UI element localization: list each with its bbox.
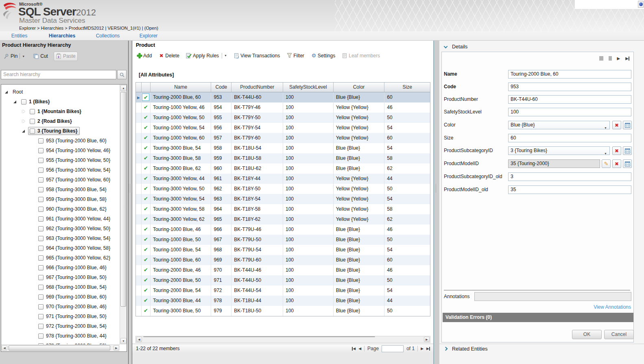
right-splitter-grip-icon[interactable] [436,184,438,193]
open-lookup-button[interactable] [623,121,632,129]
tree-scroll-down-icon[interactable]: ▼ [120,338,127,344]
field-text-input[interactable]: 3 [508,172,631,181]
tree-node-checkbox[interactable] [38,255,44,261]
table-row[interactable]: ✔Touring-3000 Yellow, 58964BK-T18Y-58100… [136,204,430,214]
table-row[interactable]: ✔Touring-3000 Blue, 54958BK-T18U-54100Bl… [136,143,430,153]
tree-node[interactable]: 978 {Touring-3000 Blue, 44} [30,331,109,341]
tree-node[interactable]: 970 {Touring-2000 Blue, 46} [30,302,109,312]
first-record-button[interactable]: ◀ [599,56,603,61]
tree-expander-closed-icon[interactable] [22,119,26,123]
field-text-input[interactable]: 60 [508,134,631,142]
tree-node-checkbox[interactable] [30,109,35,114]
prev-page-button[interactable]: ◀ [358,347,361,351]
pin-caret-icon[interactable]: ▼ [22,55,25,58]
annotations-input[interactable] [474,292,631,301]
tree-node[interactable]: 1 {Mountain Bikes} [22,107,84,116]
table-row[interactable]: ✔Touring-3000 Yellow, 44961BK-T18Y-44100… [136,174,430,184]
search-input[interactable]: Search hierarchy [1,70,116,79]
tree-node[interactable]: 966 {Touring-1000 Blue, 46} [30,263,109,272]
field-text-input[interactable]: BK-T44U-60 [508,95,631,104]
tree-node-checkbox[interactable] [38,304,44,310]
tree-node[interactable]: 971 {Touring-2000 Blue, 50} [30,312,109,321]
field-dropdown[interactable]: 3 {Touring Bikes}▼ [508,146,610,155]
table-row[interactable]: ✔Touring-3000 Blue, 50979BK-T18U-50100Bl… [136,306,430,316]
tree-expander-closed-icon[interactable] [22,109,26,113]
tree-node-checkbox[interactable] [38,216,44,222]
table-horizontal-scrollbar[interactable]: ◀ ▶ [135,336,430,343]
column-header-name[interactable]: Name [151,83,212,92]
tab-entities[interactable]: Entities [0,31,39,40]
tree-expander-open-icon[interactable] [13,100,17,104]
tree-node[interactable]: 972 {Touring-2000 Blue, 54} [30,321,109,331]
tree-expander-open-icon[interactable] [4,90,9,94]
table-row[interactable]: ✔Touring-3000 Yellow, 62965BK-T18Y-62100… [136,214,430,225]
table-row[interactable]: ✔Touring-3000 Yellow, 50962BK-T18Y-50100… [136,184,430,194]
tree-node[interactable]: 3 {Touring Bikes} [22,126,80,136]
tree-node-checkbox[interactable] [30,129,35,134]
tree-node[interactable]: 963 {Touring-3000 Yellow, 54} [30,233,113,243]
table-scroll-right-icon[interactable]: ▶ [424,337,430,342]
clear-value-button[interactable]: ✖ [612,159,621,168]
column-header-code[interactable]: Code [211,83,231,92]
tree-node-checkbox[interactable] [38,324,44,329]
tree-node-checkbox[interactable] [38,333,44,339]
tree-node[interactable]: 955 {Touring-1000 Yellow, 50} [30,155,113,165]
tree-node[interactable]: 2 {Road Bikes} [22,116,74,126]
cut-button[interactable]: Cut [31,52,50,61]
table-row[interactable]: ✔Touring-2000 Blue, 46970BK-T44U-46100Bl… [136,265,430,275]
tree-node-checkbox[interactable] [38,207,44,212]
paste-button[interactable]: Paste [54,52,78,61]
table-row[interactable]: ✔Touring-3000 Blue, 62960BK-T18U-62100Bl… [136,163,430,174]
next-record-button[interactable]: ▶ [617,56,620,61]
tree-node-checkbox[interactable] [38,187,44,192]
table-row[interactable]: ✔Touring-2000 Blue, 54972BK-T44U-54100Bl… [136,286,430,296]
last-record-button[interactable]: ▶ [625,56,629,61]
tab-hierarchies[interactable]: Hierarchies [39,31,85,40]
pin-button[interactable]: Pin ▼ [2,52,26,61]
tree-node-checkbox[interactable] [38,246,44,251]
apply-rules-caret-icon[interactable]: ▼ [224,54,227,57]
view-annotations-link[interactable]: View Annotations [594,304,631,310]
tree-expander-open-icon[interactable] [22,129,26,133]
open-lookup-button[interactable] [623,146,632,155]
table-row[interactable]: ✔Touring-3000 Blue, 58959BK-T18U-58100Bl… [136,153,430,163]
tree-node[interactable]: 953 {Touring-2000 Blue, 60} [30,136,109,146]
tree-node[interactable]: 961 {Touring-3000 Yellow, 44} [30,214,113,224]
tree-node-checkbox[interactable] [38,138,44,144]
settings-button[interactable]: ⚙Settings [311,52,335,59]
prev-record-button[interactable]: ◀ [609,56,612,61]
tree-scroll-right-icon[interactable]: ▶ [114,345,119,351]
add-button[interactable]: Add [136,52,152,59]
field-text-input[interactable]: 100 [508,108,631,116]
tree-node[interactable]: 962 {Touring-3000 Yellow, 50} [30,224,113,233]
tree-node-checkbox[interactable] [38,265,44,270]
field-dropdown[interactable]: Blue {Blue}▼ [508,121,610,129]
table-scroll-left-icon[interactable]: ◀ [136,337,142,342]
table-row[interactable]: ✔Touring-1000 Yellow, 46954BK-T79Y-46100… [136,102,430,113]
column-header-color[interactable]: Color [334,83,385,92]
view-transactions-button[interactable]: View Transactions [234,52,280,59]
field-text-input[interactable]: 953 [508,83,631,91]
open-lookup-button[interactable] [623,159,632,168]
tree-hscroll-thumb[interactable] [9,345,110,351]
delete-button[interactable]: ✖Delete [158,52,179,59]
apply-rules-button[interactable]: Apply Rules▼ [186,52,227,59]
tree-node[interactable]: 965 {Touring-3000 Yellow, 62} [30,253,113,263]
table-row[interactable]: ✔Touring-1000 Blue, 54968BK-T79U-54100Bl… [136,245,430,255]
last-page-button[interactable]: ▶ [426,347,430,351]
tree-node[interactable]: 967 {Touring-1000 Blue, 50} [30,272,109,282]
tree-node-checkbox[interactable] [38,197,44,202]
tree-node[interactable]: 954 {Touring-1000 Yellow, 46} [30,146,113,155]
clear-value-button[interactable]: ✖ [612,121,621,129]
cancel-button[interactable]: Cancel [604,330,634,339]
attributes-tab[interactable]: [All Attributes] [139,72,174,78]
tree-node[interactable]: 957 {Touring-1000 Yellow, 60} [30,175,113,185]
tab-collections[interactable]: Collections [85,31,130,40]
details-section-header[interactable]: Details [439,42,644,52]
tree-node-checkbox[interactable] [38,226,44,231]
tree-node[interactable]: 964 {Touring-3000 Yellow, 58} [30,243,113,253]
ok-button[interactable]: OK [572,330,602,339]
tree-node[interactable]: 958 {Touring-3000 Blue, 54} [30,185,109,194]
column-header-safetystocklevel[interactable]: SafetyStockLevel [283,83,334,92]
clear-value-button[interactable]: ✖ [612,146,621,155]
